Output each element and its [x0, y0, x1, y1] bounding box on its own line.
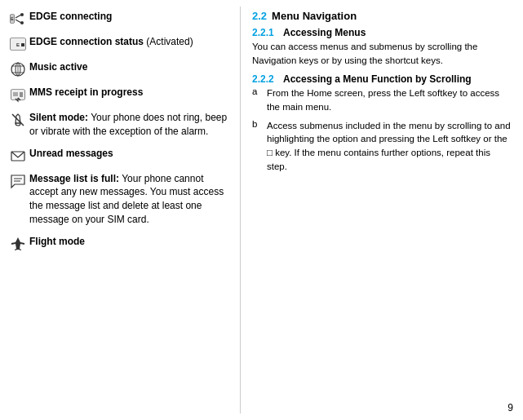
svg-point-5 — [20, 13, 24, 16]
page-number: 9 — [507, 402, 513, 413]
list-item: E EDGE connecting — [7, 10, 232, 27]
subsection-title-2-2-1: Accessing Menus — [283, 27, 366, 38]
music-active-icon — [7, 60, 29, 77]
section-title: Menu Navigation — [272, 10, 357, 22]
unread-messages-text: Unread messages — [29, 147, 232, 161]
list-text-a: From the Home screen, press the Left sof… — [267, 86, 513, 113]
svg-line-4 — [16, 20, 21, 23]
body-text-2-2-1: You can access menus and submenus by scr… — [252, 40, 513, 67]
message-list-full-text: Message list is full: Your phone cannot … — [29, 172, 232, 227]
svg-point-6 — [20, 21, 24, 24]
unread-messages-icon — [7, 147, 29, 164]
section-header: 2.2 Menu Navigation — [252, 10, 513, 22]
edge-connecting-text: EDGE connecting — [29, 10, 232, 24]
svg-line-3 — [16, 15, 21, 18]
music-active-text: Music active — [29, 60, 232, 74]
message-list-full-icon — [7, 172, 29, 189]
mms-receipt-icon — [7, 86, 29, 103]
section-number: 2.2 — [252, 10, 267, 22]
list-item: Message list is full: Your phone cannot … — [7, 172, 232, 227]
flight-mode-text: Flight mode — [29, 235, 232, 249]
subsection-2-2-1: 2.2.1 Accessing Menus — [252, 27, 513, 38]
subsection-title-2-2-2: Accessing a Menu Function by Scrolling — [283, 73, 472, 85]
svg-line-23 — [12, 114, 24, 126]
svg-rect-10 — [21, 43, 24, 46]
list-item: E EDGE connection status (Activated) — [7, 35, 232, 52]
list-item: MMS receipt in progress — [7, 86, 232, 103]
subsection-num-2-2-2: 2.2.2 — [252, 73, 283, 85]
list-item-a: a From the Home screen, press the Left s… — [252, 86, 513, 113]
right-column: 2.2 Menu Navigation 2.2.1 Accessing Menu… — [241, 7, 523, 413]
list-item: Silent mode: Your phone does not ring, b… — [7, 111, 232, 139]
list-text-b: Access submenus included in the menu by … — [267, 119, 513, 174]
list-letter-b: b — [252, 119, 267, 129]
list-item: Unread messages — [7, 147, 232, 164]
left-column: E EDGE connecting E — [0, 7, 241, 413]
svg-rect-18 — [13, 92, 18, 96]
subsection-2-2-2: 2.2.2 Accessing a Menu Function by Scrol… — [252, 73, 513, 85]
edge-connection-status-text: EDGE connection status (Activated) — [29, 35, 232, 49]
mms-receipt-text: MMS receipt in progress — [29, 86, 232, 99]
list-item: Music active — [7, 60, 232, 77]
edge-connecting-icon: E — [7, 10, 29, 27]
svg-text:E: E — [16, 42, 20, 47]
list-item-b: b Access submenus included in the menu b… — [252, 119, 513, 174]
flight-mode-icon — [7, 235, 29, 252]
silent-mode-icon — [7, 111, 29, 128]
silent-mode-text: Silent mode: Your phone does not ring, b… — [29, 111, 232, 139]
edge-connection-status-icon: E — [7, 35, 29, 52]
list-letter-a: a — [252, 86, 267, 96]
subsection-num-2-2-1: 2.2.1 — [252, 27, 283, 38]
list-item: Flight mode — [7, 235, 232, 252]
